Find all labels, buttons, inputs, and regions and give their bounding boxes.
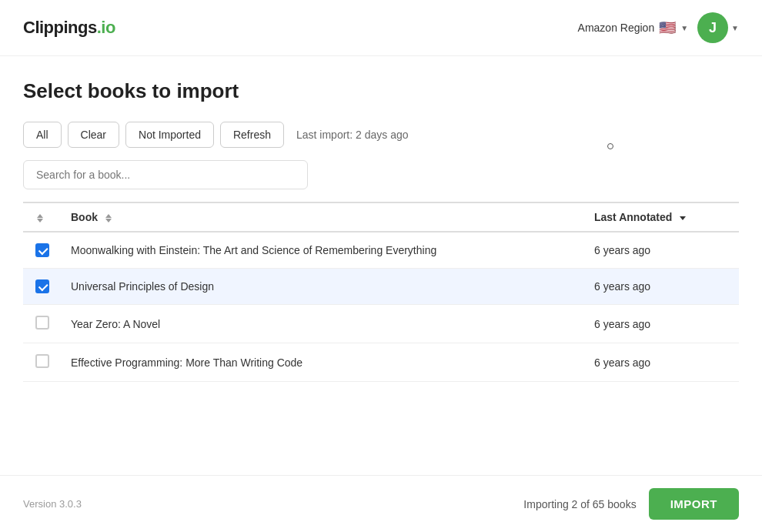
table-row: Universal Principles of Design 6 years a… bbox=[23, 269, 739, 305]
clear-button[interactable]: Clear bbox=[68, 122, 119, 148]
header: Clippings.io Amazon Region 🇺🇸 ▼ J ▼ bbox=[0, 0, 762, 56]
checkbox-sort-icon[interactable] bbox=[37, 214, 43, 223]
search-input[interactable] bbox=[23, 160, 308, 189]
table-row: Moonwalking with Einstein: The Art and S… bbox=[23, 232, 739, 269]
annotated-sort-icon[interactable] bbox=[680, 216, 686, 220]
row-1-title: Moonwalking with Einstein: The Art and S… bbox=[62, 232, 585, 269]
importing-text: Importing 2 of 65 books bbox=[523, 498, 636, 510]
region-label: Amazon Region bbox=[578, 22, 655, 34]
footer: Version 3.0.3 Importing 2 of 65 books IM… bbox=[0, 475, 762, 532]
row-1-annotated: 6 years ago bbox=[585, 232, 739, 269]
row-3-checkbox[interactable] bbox=[35, 316, 49, 330]
flag-icon: 🇺🇸 bbox=[659, 19, 676, 36]
import-button[interactable]: IMPORT bbox=[649, 488, 739, 520]
books-table: Book Last Annotated bbox=[23, 202, 739, 382]
row-2-annotated: 6 years ago bbox=[585, 269, 739, 305]
page-title: Select books to import bbox=[23, 79, 739, 103]
sort-up-icon bbox=[37, 214, 43, 218]
th-book[interactable]: Book bbox=[62, 202, 585, 232]
row-4-checkbox[interactable] bbox=[35, 354, 49, 368]
table-row: Year Zero: A Novel 6 years ago bbox=[23, 305, 739, 343]
row-2-checkbox[interactable] bbox=[35, 279, 49, 293]
row-3-title: Year Zero: A Novel bbox=[62, 305, 585, 343]
book-sort-up-icon bbox=[105, 214, 112, 218]
table-body: Moonwalking with Einstein: The Art and S… bbox=[23, 232, 739, 382]
row-3-annotated: 6 years ago bbox=[585, 305, 739, 343]
book-sort-down-icon bbox=[105, 219, 112, 223]
logo-text: Clippings bbox=[23, 18, 97, 37]
avatar-chevron-icon: ▼ bbox=[731, 24, 739, 32]
annotated-sort-down-icon bbox=[680, 216, 686, 220]
not-imported-button[interactable]: Not Imported bbox=[125, 122, 214, 148]
footer-right: Importing 2 of 65 books IMPORT bbox=[523, 488, 739, 520]
annotated-col-label: Last Annotated bbox=[594, 211, 672, 223]
row-2-checkbox-cell[interactable] bbox=[23, 269, 62, 305]
avatar[interactable]: J bbox=[697, 12, 728, 43]
book-col-label: Book bbox=[71, 211, 98, 223]
th-last-annotated[interactable]: Last Annotated bbox=[585, 202, 739, 232]
main-content: Select books to import All Clear Not Imp… bbox=[0, 56, 762, 443]
sort-down-icon bbox=[37, 219, 43, 223]
region-selector[interactable]: Amazon Region 🇺🇸 ▼ bbox=[578, 19, 689, 36]
last-import-text: Last import: 2 days ago bbox=[296, 129, 409, 141]
table-header: Book Last Annotated bbox=[23, 202, 739, 232]
all-button[interactable]: All bbox=[23, 122, 62, 148]
logo: Clippings.io bbox=[23, 18, 115, 38]
user-avatar-wrapper[interactable]: J ▼ bbox=[697, 12, 739, 43]
row-4-annotated: 6 years ago bbox=[585, 343, 739, 382]
book-sort-icon[interactable] bbox=[105, 214, 112, 223]
row-4-checkbox-cell[interactable] bbox=[23, 343, 62, 382]
row-1-checkbox-cell[interactable] bbox=[23, 232, 62, 269]
filter-bar: All Clear Not Imported Refresh Last impo… bbox=[23, 122, 739, 148]
header-right: Amazon Region 🇺🇸 ▼ J ▼ bbox=[578, 12, 739, 43]
row-3-checkbox-cell[interactable] bbox=[23, 305, 62, 343]
th-checkbox bbox=[23, 202, 62, 232]
version-text: Version 3.0.3 bbox=[23, 498, 82, 510]
logo-dot: .io bbox=[97, 18, 115, 37]
row-2-title: Universal Principles of Design bbox=[62, 269, 585, 305]
books-table-wrapper[interactable]: Book Last Annotated bbox=[23, 202, 739, 382]
region-chevron-icon: ▼ bbox=[680, 24, 688, 32]
table-row: Effective Programming: More Than Writing… bbox=[23, 343, 739, 382]
refresh-button[interactable]: Refresh bbox=[220, 122, 284, 148]
row-1-checkbox[interactable] bbox=[35, 243, 49, 257]
row-4-title: Effective Programming: More Than Writing… bbox=[62, 343, 585, 382]
